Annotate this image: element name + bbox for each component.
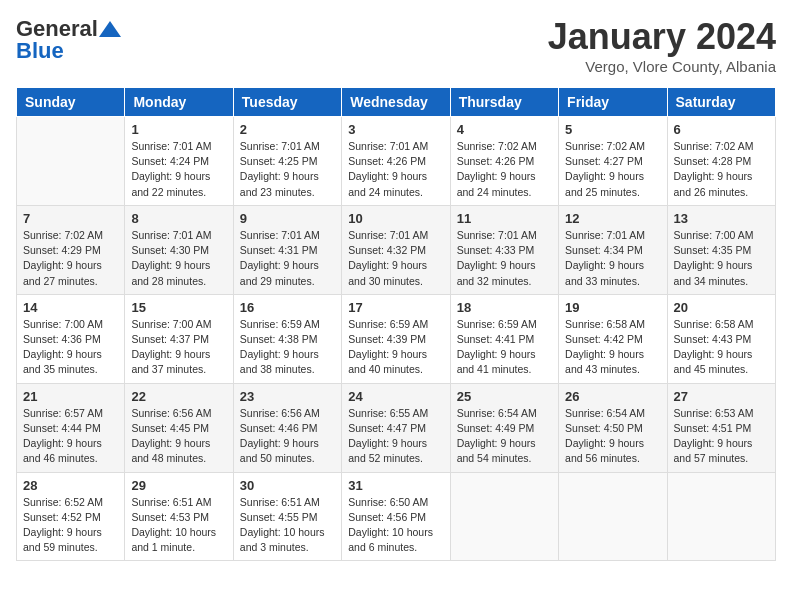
day-number: 26 bbox=[565, 389, 660, 404]
day-cell: 24Sunrise: 6:55 AMSunset: 4:47 PMDayligh… bbox=[342, 383, 450, 472]
day-number: 15 bbox=[131, 300, 226, 315]
day-number: 1 bbox=[131, 122, 226, 137]
logo-icon bbox=[99, 21, 121, 37]
day-cell: 14Sunrise: 7:00 AMSunset: 4:36 PMDayligh… bbox=[17, 294, 125, 383]
location: Vergo, Vlore County, Albania bbox=[548, 58, 776, 75]
day-info: Sunrise: 7:01 AMSunset: 4:24 PMDaylight:… bbox=[131, 140, 211, 198]
week-row-3: 14Sunrise: 7:00 AMSunset: 4:36 PMDayligh… bbox=[17, 294, 776, 383]
week-row-4: 21Sunrise: 6:57 AMSunset: 4:44 PMDayligh… bbox=[17, 383, 776, 472]
day-info: Sunrise: 7:02 AMSunset: 4:26 PMDaylight:… bbox=[457, 140, 537, 198]
day-number: 9 bbox=[240, 211, 335, 226]
day-cell: 13Sunrise: 7:00 AMSunset: 4:35 PMDayligh… bbox=[667, 205, 775, 294]
day-cell: 17Sunrise: 6:59 AMSunset: 4:39 PMDayligh… bbox=[342, 294, 450, 383]
day-cell bbox=[17, 117, 125, 206]
calendar-table: SundayMondayTuesdayWednesdayThursdayFrid… bbox=[16, 87, 776, 561]
day-info: Sunrise: 7:02 AMSunset: 4:27 PMDaylight:… bbox=[565, 140, 645, 198]
day-number: 3 bbox=[348, 122, 443, 137]
logo-blue-text: Blue bbox=[16, 38, 64, 64]
day-number: 19 bbox=[565, 300, 660, 315]
header-wednesday: Wednesday bbox=[342, 88, 450, 117]
day-info: Sunrise: 7:02 AMSunset: 4:29 PMDaylight:… bbox=[23, 229, 103, 287]
day-info: Sunrise: 6:50 AMSunset: 4:56 PMDaylight:… bbox=[348, 496, 433, 554]
day-cell: 19Sunrise: 6:58 AMSunset: 4:42 PMDayligh… bbox=[559, 294, 667, 383]
day-cell: 31Sunrise: 6:50 AMSunset: 4:56 PMDayligh… bbox=[342, 472, 450, 561]
header: General Blue January 2024 Vergo, Vlore C… bbox=[16, 16, 776, 75]
header-friday: Friday bbox=[559, 88, 667, 117]
day-cell: 29Sunrise: 6:51 AMSunset: 4:53 PMDayligh… bbox=[125, 472, 233, 561]
day-cell: 20Sunrise: 6:58 AMSunset: 4:43 PMDayligh… bbox=[667, 294, 775, 383]
day-cell: 27Sunrise: 6:53 AMSunset: 4:51 PMDayligh… bbox=[667, 383, 775, 472]
day-cell: 12Sunrise: 7:01 AMSunset: 4:34 PMDayligh… bbox=[559, 205, 667, 294]
day-number: 21 bbox=[23, 389, 118, 404]
day-cell: 6Sunrise: 7:02 AMSunset: 4:28 PMDaylight… bbox=[667, 117, 775, 206]
day-cell: 21Sunrise: 6:57 AMSunset: 4:44 PMDayligh… bbox=[17, 383, 125, 472]
day-cell: 22Sunrise: 6:56 AMSunset: 4:45 PMDayligh… bbox=[125, 383, 233, 472]
day-info: Sunrise: 6:59 AMSunset: 4:39 PMDaylight:… bbox=[348, 318, 428, 376]
day-cell: 1Sunrise: 7:01 AMSunset: 4:24 PMDaylight… bbox=[125, 117, 233, 206]
header-saturday: Saturday bbox=[667, 88, 775, 117]
day-info: Sunrise: 6:59 AMSunset: 4:41 PMDaylight:… bbox=[457, 318, 537, 376]
day-number: 7 bbox=[23, 211, 118, 226]
day-number: 10 bbox=[348, 211, 443, 226]
day-cell: 5Sunrise: 7:02 AMSunset: 4:27 PMDaylight… bbox=[559, 117, 667, 206]
day-info: Sunrise: 6:51 AMSunset: 4:55 PMDaylight:… bbox=[240, 496, 325, 554]
day-info: Sunrise: 6:58 AMSunset: 4:43 PMDaylight:… bbox=[674, 318, 754, 376]
day-cell: 10Sunrise: 7:01 AMSunset: 4:32 PMDayligh… bbox=[342, 205, 450, 294]
week-row-2: 7Sunrise: 7:02 AMSunset: 4:29 PMDaylight… bbox=[17, 205, 776, 294]
day-number: 17 bbox=[348, 300, 443, 315]
day-cell: 8Sunrise: 7:01 AMSunset: 4:30 PMDaylight… bbox=[125, 205, 233, 294]
day-cell: 15Sunrise: 7:00 AMSunset: 4:37 PMDayligh… bbox=[125, 294, 233, 383]
day-info: Sunrise: 7:02 AMSunset: 4:28 PMDaylight:… bbox=[674, 140, 754, 198]
day-number: 18 bbox=[457, 300, 552, 315]
day-number: 8 bbox=[131, 211, 226, 226]
day-number: 31 bbox=[348, 478, 443, 493]
header-tuesday: Tuesday bbox=[233, 88, 341, 117]
day-cell: 30Sunrise: 6:51 AMSunset: 4:55 PMDayligh… bbox=[233, 472, 341, 561]
day-number: 13 bbox=[674, 211, 769, 226]
day-info: Sunrise: 7:01 AMSunset: 4:33 PMDaylight:… bbox=[457, 229, 537, 287]
day-cell bbox=[559, 472, 667, 561]
day-number: 2 bbox=[240, 122, 335, 137]
day-number: 24 bbox=[348, 389, 443, 404]
day-info: Sunrise: 6:57 AMSunset: 4:44 PMDaylight:… bbox=[23, 407, 103, 465]
day-info: Sunrise: 7:00 AMSunset: 4:36 PMDaylight:… bbox=[23, 318, 103, 376]
day-info: Sunrise: 6:56 AMSunset: 4:45 PMDaylight:… bbox=[131, 407, 211, 465]
day-cell: 25Sunrise: 6:54 AMSunset: 4:49 PMDayligh… bbox=[450, 383, 558, 472]
calendar-header-row: SundayMondayTuesdayWednesdayThursdayFrid… bbox=[17, 88, 776, 117]
day-info: Sunrise: 6:51 AMSunset: 4:53 PMDaylight:… bbox=[131, 496, 216, 554]
header-monday: Monday bbox=[125, 88, 233, 117]
week-row-1: 1Sunrise: 7:01 AMSunset: 4:24 PMDaylight… bbox=[17, 117, 776, 206]
day-number: 22 bbox=[131, 389, 226, 404]
day-info: Sunrise: 7:01 AMSunset: 4:25 PMDaylight:… bbox=[240, 140, 320, 198]
day-info: Sunrise: 6:53 AMSunset: 4:51 PMDaylight:… bbox=[674, 407, 754, 465]
day-number: 14 bbox=[23, 300, 118, 315]
day-number: 16 bbox=[240, 300, 335, 315]
day-info: Sunrise: 6:54 AMSunset: 4:50 PMDaylight:… bbox=[565, 407, 645, 465]
day-cell: 3Sunrise: 7:01 AMSunset: 4:26 PMDaylight… bbox=[342, 117, 450, 206]
day-cell bbox=[450, 472, 558, 561]
day-info: Sunrise: 7:01 AMSunset: 4:26 PMDaylight:… bbox=[348, 140, 428, 198]
day-info: Sunrise: 6:56 AMSunset: 4:46 PMDaylight:… bbox=[240, 407, 320, 465]
header-thursday: Thursday bbox=[450, 88, 558, 117]
day-number: 12 bbox=[565, 211, 660, 226]
logo: General Blue bbox=[16, 16, 122, 64]
day-info: Sunrise: 7:01 AMSunset: 4:31 PMDaylight:… bbox=[240, 229, 320, 287]
header-sunday: Sunday bbox=[17, 88, 125, 117]
day-cell: 9Sunrise: 7:01 AMSunset: 4:31 PMDaylight… bbox=[233, 205, 341, 294]
day-cell: 4Sunrise: 7:02 AMSunset: 4:26 PMDaylight… bbox=[450, 117, 558, 206]
day-cell: 16Sunrise: 6:59 AMSunset: 4:38 PMDayligh… bbox=[233, 294, 341, 383]
week-row-5: 28Sunrise: 6:52 AMSunset: 4:52 PMDayligh… bbox=[17, 472, 776, 561]
day-info: Sunrise: 7:01 AMSunset: 4:30 PMDaylight:… bbox=[131, 229, 211, 287]
day-cell: 7Sunrise: 7:02 AMSunset: 4:29 PMDaylight… bbox=[17, 205, 125, 294]
day-info: Sunrise: 6:55 AMSunset: 4:47 PMDaylight:… bbox=[348, 407, 428, 465]
day-number: 27 bbox=[674, 389, 769, 404]
day-info: Sunrise: 6:54 AMSunset: 4:49 PMDaylight:… bbox=[457, 407, 537, 465]
day-info: Sunrise: 7:01 AMSunset: 4:32 PMDaylight:… bbox=[348, 229, 428, 287]
svg-marker-0 bbox=[99, 21, 121, 37]
day-number: 11 bbox=[457, 211, 552, 226]
day-cell bbox=[667, 472, 775, 561]
day-number: 28 bbox=[23, 478, 118, 493]
day-number: 4 bbox=[457, 122, 552, 137]
day-info: Sunrise: 6:52 AMSunset: 4:52 PMDaylight:… bbox=[23, 496, 103, 554]
day-number: 5 bbox=[565, 122, 660, 137]
